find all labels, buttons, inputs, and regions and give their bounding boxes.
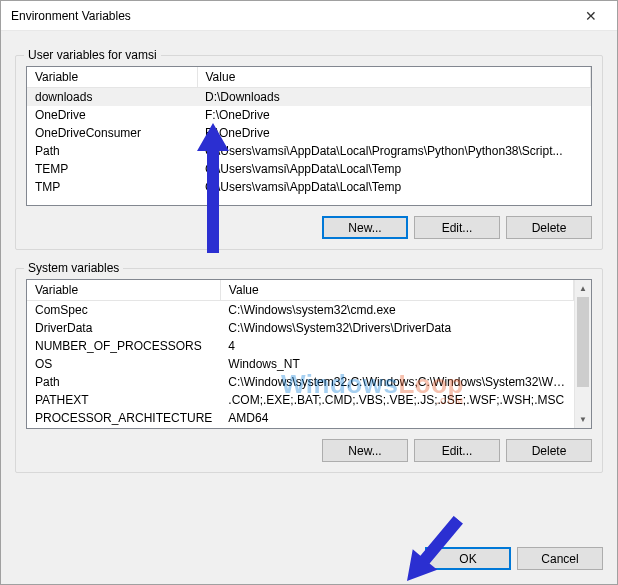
cell-value: Windows_NT: [220, 355, 573, 373]
table-row[interactable]: DriverData C:\Windows\System32\Drivers\D…: [27, 319, 574, 337]
cell-value: C:\Users\vamsi\AppData\Local\Temp: [197, 178, 591, 196]
table-row[interactable]: OneDrive F:\OneDrive: [27, 106, 591, 124]
delete-button[interactable]: Delete: [506, 216, 592, 239]
cell-variable: OneDrive: [27, 106, 197, 124]
cell-variable: OS: [27, 355, 220, 373]
table-row[interactable]: OneDriveConsumer F:\OneDrive: [27, 124, 591, 142]
user-variables-table[interactable]: Variable Value downloads D:\Downloads On…: [27, 67, 591, 196]
cell-variable: downloads: [27, 88, 197, 107]
cell-variable: DriverData: [27, 319, 220, 337]
user-variables-buttons: New... Edit... Delete: [26, 216, 592, 239]
scroll-up-icon[interactable]: ▲: [575, 280, 591, 297]
close-icon: ✕: [585, 8, 597, 24]
table-row[interactable]: PROCESSOR_ARCHITECTURE AMD64: [27, 409, 574, 427]
cell-value: C:\Users\vamsi\AppData\Local\Temp: [197, 160, 591, 178]
edit-button[interactable]: Edit...: [414, 216, 500, 239]
cell-value: C:\Users\vamsi\AppData\Local\Programs\Py…: [197, 142, 591, 160]
table-row[interactable]: PATHEXT .COM;.EXE;.BAT;.CMD;.VBS;.VBE;.J…: [27, 391, 574, 409]
cancel-button[interactable]: Cancel: [517, 547, 603, 570]
new-button[interactable]: New...: [322, 439, 408, 462]
user-variables-table-wrap: Variable Value downloads D:\Downloads On…: [26, 66, 592, 206]
cell-variable: PATHEXT: [27, 391, 220, 409]
cell-variable: OneDriveConsumer: [27, 124, 197, 142]
user-variables-label: User variables for vamsi: [24, 48, 161, 62]
cell-variable: NUMBER_OF_PROCESSORS: [27, 337, 220, 355]
cell-value: AMD64: [220, 409, 573, 427]
system-variables-label: System variables: [24, 261, 123, 275]
column-header-value[interactable]: Value: [197, 67, 591, 88]
cell-value: .COM;.EXE;.BAT;.CMD;.VBS;.VBE;.JS;.JSE;.…: [220, 391, 573, 409]
cell-value: D:\Downloads: [197, 88, 591, 107]
table-row[interactable]: TEMP C:\Users\vamsi\AppData\Local\Temp: [27, 160, 591, 178]
system-variables-buttons: New... Edit... Delete: [26, 439, 592, 462]
dialog-content: User variables for vamsi Variable Value: [1, 31, 617, 537]
scroll-thumb[interactable]: [577, 297, 589, 387]
cell-value: C:\Windows\System32\Drivers\DriverData: [220, 319, 573, 337]
new-button[interactable]: New...: [322, 216, 408, 239]
close-button[interactable]: ✕: [568, 2, 613, 30]
delete-button[interactable]: Delete: [506, 439, 592, 462]
table-row[interactable]: TMP C:\Users\vamsi\AppData\Local\Temp: [27, 178, 591, 196]
column-header-value[interactable]: Value: [220, 280, 573, 301]
table-row[interactable]: Path C:\Windows\system32;C:\Windows;C:\W…: [27, 373, 574, 391]
cell-variable: Path: [27, 373, 220, 391]
table-row[interactable]: ComSpec C:\Windows\system32\cmd.exe: [27, 301, 574, 320]
vertical-scrollbar[interactable]: ▲ ▼: [574, 280, 591, 428]
cell-value: C:\Windows\system32\cmd.exe: [220, 301, 573, 320]
titlebar: Environment Variables ✕: [1, 1, 617, 31]
ok-button[interactable]: OK: [425, 547, 511, 570]
user-variables-group: User variables for vamsi Variable Value: [15, 55, 603, 250]
table-row[interactable]: Path C:\Users\vamsi\AppData\Local\Progra…: [27, 142, 591, 160]
edit-button[interactable]: Edit...: [414, 439, 500, 462]
table-row[interactable]: downloads D:\Downloads: [27, 88, 591, 107]
system-variables-group: System variables Variable Value ComSpec: [15, 268, 603, 473]
cell-value: C:\Windows\system32;C:\Windows;C:\Window…: [220, 373, 573, 391]
cell-variable: Path: [27, 142, 197, 160]
column-header-variable[interactable]: Variable: [27, 280, 220, 301]
window-title: Environment Variables: [11, 9, 568, 23]
system-variables-table[interactable]: Variable Value ComSpec C:\Windows\system…: [27, 280, 574, 427]
table-row[interactable]: NUMBER_OF_PROCESSORS 4: [27, 337, 574, 355]
system-variables-table-wrap: Variable Value ComSpec C:\Windows\system…: [26, 279, 592, 429]
dialog-buttons: OK Cancel: [1, 537, 617, 584]
cell-variable: PROCESSOR_ARCHITECTURE: [27, 409, 220, 427]
table-row[interactable]: OS Windows_NT: [27, 355, 574, 373]
cell-variable: ComSpec: [27, 301, 220, 320]
cell-value: F:\OneDrive: [197, 106, 591, 124]
environment-variables-dialog: Environment Variables ✕ User variables f…: [0, 0, 618, 585]
cell-variable: TMP: [27, 178, 197, 196]
cell-variable: TEMP: [27, 160, 197, 178]
column-header-variable[interactable]: Variable: [27, 67, 197, 88]
scroll-down-icon[interactable]: ▼: [575, 411, 591, 428]
cell-value: F:\OneDrive: [197, 124, 591, 142]
cell-value: 4: [220, 337, 573, 355]
